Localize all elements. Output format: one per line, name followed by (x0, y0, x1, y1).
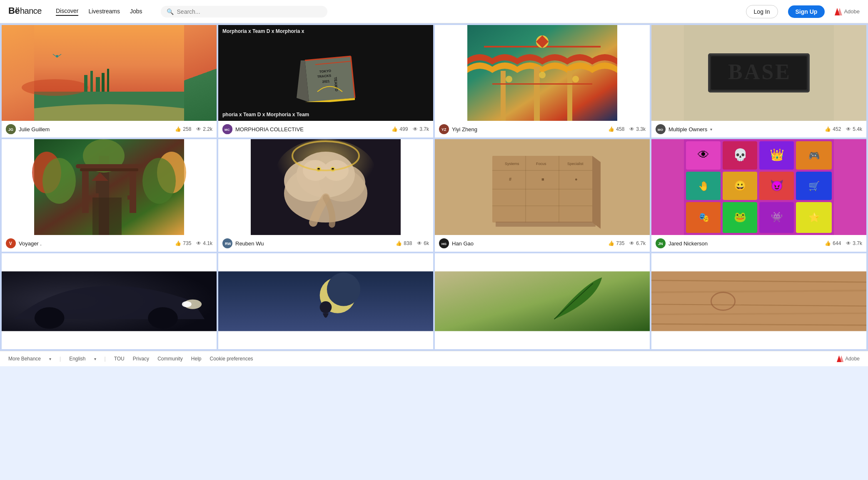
nav-jobs[interactable]: Jobs (130, 8, 142, 15)
svg-text:HG: HG (441, 242, 446, 246)
views: 👁 5.4k (846, 126, 862, 132)
gallery-item[interactable] (651, 253, 866, 349)
author-info: JG Julie Guillem (6, 124, 50, 134)
author-info: YZ Yiyi Zheng (439, 124, 477, 134)
more-behance-link[interactable]: More Behance (8, 356, 41, 362)
svg-rect-8 (90, 71, 93, 92)
svg-rect-10 (102, 73, 105, 92)
svg-text:👾: 👾 (771, 211, 783, 223)
author-name: Han Gao (452, 240, 474, 247)
gallery-item[interactable]: 👁 💀 👑 🎮 🤚 😀 😈 🛒 🎭 🐸 👾 ⭐ JN Jared Nickers… (651, 139, 866, 252)
login-button[interactable]: Log In (746, 5, 778, 18)
adobe-footer-label: Adobe (845, 356, 860, 362)
card-caption: HG Han Gao 👍 735 👁 6.7k (435, 235, 650, 252)
signup-button[interactable]: Sign Up (788, 5, 825, 18)
cookie-link[interactable]: Cookie preferences (210, 356, 253, 362)
tou-link[interactable]: TOU (114, 356, 125, 362)
search-bar[interactable]: 🔍 (161, 6, 327, 18)
dropdown-arrow[interactable]: ▾ (710, 127, 712, 132)
stats: 👍 452 👁 5.4k (825, 126, 862, 132)
svg-rect-37 (492, 83, 592, 85)
svg-rect-59 (82, 171, 89, 213)
author-info: HG Han Gao (439, 238, 474, 248)
stats: 👍 644 👁 3.7k (825, 240, 862, 246)
svg-point-128 (35, 307, 65, 329)
svg-point-134 (327, 272, 360, 306)
gallery-item[interactable] (218, 253, 433, 349)
svg-text:YZ: YZ (441, 128, 446, 132)
nav-discover[interactable]: Discover (56, 8, 78, 16)
views: 👁 2.2k (196, 126, 212, 132)
svg-text:💀: 💀 (733, 148, 748, 162)
svg-text:■: ■ (541, 177, 544, 182)
card-image: Systems Focus Specialist # ■ ● (435, 139, 650, 235)
svg-text:hance: hance (20, 6, 42, 15)
author-name: Yiyi Zheng (452, 126, 477, 132)
svg-rect-58 (80, 168, 138, 171)
more-behance-dropdown[interactable]: ▾ (49, 357, 51, 361)
stats: 👍 735 👁 6.7k (608, 240, 646, 246)
gallery-item[interactable] (2, 253, 217, 349)
search-input[interactable] (177, 8, 322, 15)
language-link[interactable]: English (69, 356, 85, 362)
svg-text:2021: 2021 (322, 79, 330, 84)
svg-text:MO: MO (658, 128, 663, 132)
header: Bë hance Discover Livestreams Jobs 🔍 Log… (0, 0, 868, 23)
svg-text:Bë: Bë (8, 5, 20, 16)
card-caption: V Voyager . 👍 735 👁 4.1k (2, 235, 217, 252)
views: 👁 3.7k (413, 126, 429, 132)
svg-text:JG: JG (8, 128, 13, 132)
svg-text:Focus: Focus (536, 162, 546, 166)
author-info: JN Jared Nickerson (656, 238, 708, 248)
gallery-item[interactable] (435, 253, 650, 349)
card-subtitle: phoria x Team D x Morphoria x Team (218, 112, 433, 118)
svg-rect-64 (96, 181, 104, 193)
svg-text:Specialist: Specialist (567, 162, 584, 166)
language-dropdown[interactable]: ▾ (94, 357, 96, 361)
svg-point-53 (42, 158, 76, 204)
views: 👁 6k (417, 240, 429, 246)
gallery-item[interactable]: BASE BASE MO Multiple Owners ▾ 👍 452 👁 5… (651, 25, 866, 138)
card-caption: JG Julie Guillem 👍 258 👁 2.2k (2, 121, 217, 138)
gallery-item[interactable]: Morphoria x Team D x Morphoria x TOKYO T… (218, 25, 433, 138)
svg-rect-96 (496, 222, 596, 227)
stats: 👍 458 👁 3.3k (608, 126, 646, 132)
svg-text:🛒: 🛒 (808, 180, 820, 192)
adobe-logo: Adobe (835, 8, 860, 15)
author-info: V Voyager . (6, 238, 42, 248)
card-image (2, 253, 217, 349)
views: 👁 3.3k (629, 126, 646, 132)
svg-point-33 (506, 76, 512, 82)
svg-text:🐸: 🐸 (734, 211, 746, 223)
author-avatar: JG (6, 124, 16, 134)
card-image: Morphoria x Team D x Morphoria x TOKYO T… (218, 25, 433, 121)
search-icon: 🔍 (167, 8, 174, 15)
gallery: JG Julie Guillem 👍 258 👁 2.2k Morphoria … (0, 23, 868, 351)
card-image: 👁 💀 👑 🎮 🤚 😀 😈 🛒 🎭 🐸 👾 ⭐ (651, 139, 866, 235)
svg-text:⭐: ⭐ (808, 212, 820, 223)
gallery-item[interactable]: JG Julie Guillem 👍 258 👁 2.2k (2, 25, 217, 138)
author-avatar: V (6, 238, 16, 248)
nav-livestreams[interactable]: Livestreams (88, 8, 120, 15)
likes: 👍 458 (608, 126, 624, 132)
gallery-item[interactable]: Systems Focus Specialist # ■ ● HG Han Ga… (435, 139, 650, 252)
svg-point-12 (56, 55, 58, 58)
svg-point-131 (182, 301, 192, 307)
likes: 👍 258 (175, 126, 191, 132)
likes: 👍 644 (825, 240, 841, 246)
svg-rect-60 (130, 171, 136, 213)
svg-text:😈: 😈 (770, 179, 784, 192)
adobe-label: Adobe (844, 8, 860, 15)
behance-logo[interactable]: Bë hance (8, 5, 46, 18)
card-caption: JN Jared Nickerson 👍 644 👁 3.7k (651, 235, 866, 252)
community-link[interactable]: Community (157, 356, 183, 362)
gallery-item[interactable]: YZ Yiyi Zheng 👍 458 👁 3.3k (435, 25, 650, 138)
svg-rect-57 (76, 164, 142, 168)
gallery-item[interactable]: V Voyager . 👍 735 👁 4.1k (2, 139, 217, 252)
privacy-link[interactable]: Privacy (133, 356, 149, 362)
svg-text:👑: 👑 (770, 148, 784, 162)
help-link[interactable]: Help (191, 356, 202, 362)
card-caption: YZ Yiyi Zheng 👍 458 👁 3.3k (435, 121, 650, 138)
svg-text:RW: RW (225, 242, 231, 246)
gallery-item[interactable]: RW Reuben Wu 👍 838 👁 6k (218, 139, 433, 252)
